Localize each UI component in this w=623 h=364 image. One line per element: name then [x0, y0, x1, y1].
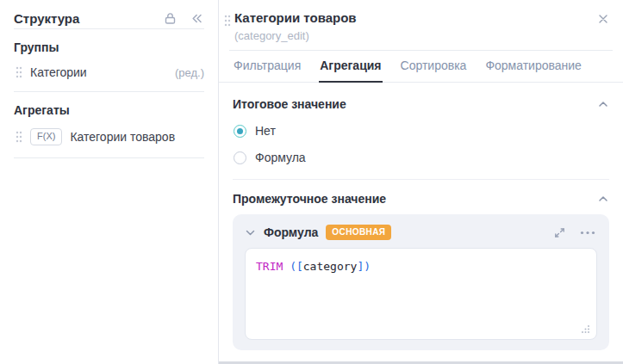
formula-card: Формула ОСНОВНАЯ: [233, 214, 609, 350]
group-item-label: Категории: [30, 65, 87, 79]
primary-badge: ОСНОВНАЯ: [326, 225, 391, 240]
sidebar-divider: [14, 157, 204, 158]
formula-fx-badge: F(X): [30, 128, 62, 145]
aggregates-section-label: Агрегаты: [14, 103, 204, 117]
sidebar-title: Структура: [14, 11, 79, 26]
sidebar-divider: [14, 28, 204, 29]
radio-label: Нет: [255, 124, 276, 138]
field-settings-panel: Категории товаров (category_edit) Фильтр…: [219, 0, 623, 364]
app-window: Структура Группы: [0, 0, 623, 364]
tab-filtering[interactable]: Фильтрация: [233, 51, 302, 83]
radio-circle-icon[interactable]: [234, 151, 246, 164]
panel-title: Категории товаров: [234, 10, 357, 26]
tab-aggregation[interactable]: Агрегация: [319, 51, 382, 83]
sidebar-header: Структура: [0, 0, 218, 28]
chevron-up-icon[interactable]: [597, 193, 609, 205]
groups-section-label: Группы: [14, 40, 204, 54]
intermediate-value-section-header: Промежуточное значение: [233, 192, 609, 206]
chevron-down-icon[interactable]: [245, 227, 256, 238]
drag-handle-icon[interactable]: [224, 15, 231, 27]
total-value-section-header: Итоговое значение: [233, 97, 609, 111]
group-item-edit-link[interactable]: (ред.): [175, 66, 204, 79]
drag-handle-icon[interactable]: [16, 66, 22, 78]
chevron-up-icon[interactable]: [597, 98, 609, 110]
radio-option-none[interactable]: Нет: [234, 124, 609, 138]
radio-label: Формула: [255, 151, 306, 164]
aggregate-item-label: Категории товаров: [70, 130, 175, 144]
panel-header: Категории товаров (category_edit): [219, 0, 623, 42]
more-options-icon[interactable]: [580, 231, 595, 235]
sidebar-divider: [14, 91, 204, 92]
formula-code[interactable]: TRIM ([category]): [246, 249, 596, 284]
formula-card-header: Формула ОСНОВНАЯ: [233, 214, 609, 248]
radio-circle-checked-icon[interactable]: [234, 125, 246, 138]
close-icon[interactable]: [597, 13, 609, 25]
settings-tabs: Фильтрация Агрегация Сортировка Форматир…: [219, 51, 623, 83]
formula-editor[interactable]: TRIM ([category]): [245, 248, 597, 340]
structure-sidebar: Структура Группы: [0, 0, 218, 364]
tab-formatting[interactable]: Форматирование: [484, 51, 583, 83]
formula-card-title: Формула: [264, 225, 318, 239]
total-value-title: Итоговое значение: [233, 97, 346, 111]
expand-icon[interactable]: [553, 226, 566, 239]
group-item-categories[interactable]: Категории (ред.): [14, 65, 204, 79]
collapse-sidebar-icon[interactable]: [190, 11, 204, 26]
panel-subtitle: (category_edit): [234, 29, 357, 42]
drag-handle-icon[interactable]: [16, 131, 22, 143]
lock-icon[interactable]: [163, 11, 178, 26]
radio-option-formula[interactable]: Формула: [234, 151, 609, 164]
intermediate-value-title: Промежуточное значение: [233, 192, 386, 206]
tab-sorting[interactable]: Сортировка: [400, 51, 468, 83]
aggregate-item-categories[interactable]: F(X) Категории товаров: [14, 128, 204, 145]
resize-grip-icon[interactable]: [582, 324, 590, 333]
section-divider: [233, 179, 609, 180]
